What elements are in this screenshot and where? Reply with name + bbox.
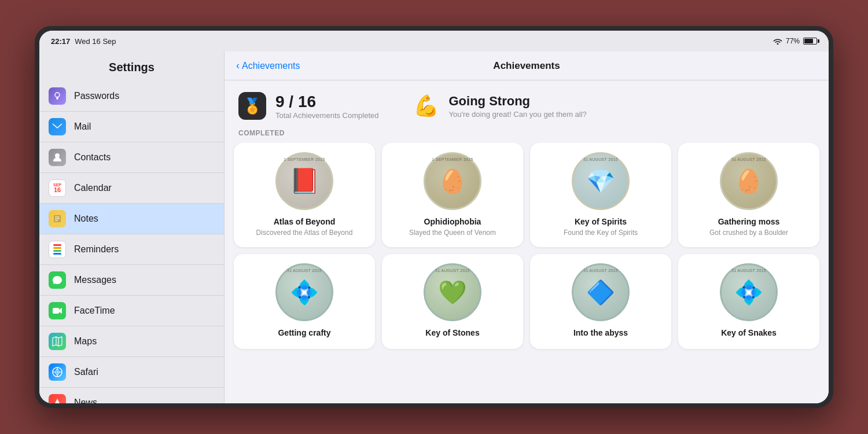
summary-count-label: Total Achievements Completed [275,111,378,120]
going-strong-subtitle: You're doing great! Can you get them all… [448,110,586,119]
summary-section: 🏅 9 / 16 Total Achievements Completed 💪 … [225,80,829,129]
stones-name: Key of Stones [425,328,479,337]
svg-rect-1 [57,97,58,100]
nav-back-label: Achievements [242,61,300,71]
svg-rect-8 [53,308,59,314]
achievement-card-abyss[interactable]: 31 AUGUST 2015 🔷 Into the abyss [530,254,671,349]
messages-icon [49,271,66,289]
achievement-badge-snakes: 31 AUGUST 2015 💠 [720,263,778,321]
completed-section-label: COMPLETED [225,129,829,143]
atlas-desc: Discovered the Atlas of Beyond [256,229,353,238]
sidebar-item-maps[interactable]: Maps [39,326,224,357]
achievement-badge-stones: 31 AUGUST 2015 💚 [424,263,481,321]
ipad-screen: 22:17 Wed 16 Sep 77% Settings [39,31,829,403]
spirits-desc: Found the Key of Spirits [564,229,638,238]
summary-emoji: 🏅 [243,97,262,115]
nav-bar: ‹ Achievements Achievements [225,52,829,80]
sidebar-item-mail[interactable]: Mail [39,112,224,142]
safari-label: Safari [74,367,98,377]
ophidio-name: Ophidiophobia [424,217,481,226]
sidebar-item-safari[interactable]: Safari [39,357,224,388]
achievement-card-atlas[interactable]: 1 SEPTEMBER 2015 📕 Atlas of Beyond Disco… [234,143,375,247]
atlas-name: Atlas of Beyond [274,217,336,226]
news-icon [49,394,66,403]
messages-label: Messages [74,275,116,285]
sidebar-item-messages[interactable]: Messages [39,265,224,296]
notes-label: Notes [74,214,98,224]
spirits-name: Key of Spirits [575,217,627,226]
contacts-label: Contacts [74,152,111,163]
summary-icon: 🏅 [238,92,266,120]
svg-point-3 [55,153,60,158]
ipad-frame: 22:17 Wed 16 Sep 77% Settings [35,26,833,408]
sidebar-title: Settings [39,52,224,81]
achievement-badge-spirits: 31 AUGUST 2015 💎 [572,152,630,210]
moss-name: Gathering moss [718,217,780,226]
achievement-card-spirits[interactable]: 31 AUGUST 2015 💎 Key of Spirits Found th… [530,143,671,247]
achievement-card-ophidio[interactable]: 1 SEPTEMBER 2015 🥚 Ophidiophobia Slayed … [382,143,523,247]
settings-sidebar: Settings Passwords Mail [39,52,225,403]
abyss-name: Into the abyss [573,328,628,337]
sidebar-item-passwords[interactable]: Passwords [39,81,224,112]
mail-icon [49,118,66,135]
sidebar-item-news[interactable]: News [39,388,224,403]
notes-icon [49,210,66,227]
passwords-icon [49,87,66,105]
sidebar-item-reminders[interactable]: Reminders [39,234,224,265]
safari-icon [49,363,66,381]
mail-label: Mail [74,122,91,132]
achievement-card-stones[interactable]: 31 AUGUST 2015 💚 Key of Stones [382,254,523,349]
ophidio-desc: Slayed the Queen of Venom [409,229,496,238]
status-time: 22:17 [51,37,70,46]
reminders-icon [49,241,66,258]
summary-left: 🏅 9 / 16 Total Achievements Completed [238,92,378,120]
status-right: 77% [773,37,817,45]
facetime-label: FaceTime [74,306,115,316]
summary-right: 💪 Going Strong You're doing great! Can y… [413,94,586,119]
sidebar-item-notes[interactable]: Notes [39,204,224,234]
maps-icon [49,333,66,350]
sidebar-list: Passwords Mail Contacts [39,81,224,403]
achievement-card-crafty[interactable]: 31 AUGUST 2015 💠 Getting crafty [234,254,375,349]
nav-title: Achievements [493,60,560,72]
nav-back-button[interactable]: ‹ Achievements [236,60,300,72]
battery-percentage: 77% [786,37,800,45]
svg-marker-9 [53,337,62,346]
svg-point-0 [55,93,60,97]
back-arrow-icon: ‹ [236,60,240,72]
news-label: News [74,398,97,403]
calendar-label: Calendar [74,183,112,193]
going-strong-text: Going Strong You're doing great! Can you… [448,94,586,119]
going-strong-title: Going Strong [448,94,586,109]
achievement-badge-abyss: 31 AUGUST 2015 🔷 [572,263,630,321]
wifi-icon [773,38,782,45]
achievements-grid: 1 SEPTEMBER 2015 📕 Atlas of Beyond Disco… [234,143,819,349]
status-date: Wed 16 Sep [75,37,116,46]
snakes-name: Key of Snakes [721,328,777,337]
reminders-label: Reminders [74,244,119,255]
achievement-badge-moss: 31 AUGUST 2015 🥚 [720,152,778,210]
achievement-badge-ophidio: 1 SEPTEMBER 2015 🥚 [424,152,481,210]
facetime-icon [49,302,66,319]
crafty-name: Getting crafty [278,328,330,337]
sidebar-item-calendar[interactable]: SEP 16 Calendar [39,173,224,204]
sidebar-item-contacts[interactable]: Contacts [39,142,224,173]
passwords-label: Passwords [74,91,119,101]
maps-label: Maps [74,336,97,347]
summary-count: 9 / 16 [275,93,378,111]
status-bar: 22:17 Wed 16 Sep 77% [39,31,829,52]
achievements-panel: ‹ Achievements Achievements 🏅 9 / 16 Tot… [225,52,829,403]
achievement-badge-crafty: 31 AUGUST 2015 💠 [275,263,333,321]
achievements-scroll[interactable]: 1 SEPTEMBER 2015 📕 Atlas of Beyond Disco… [225,143,829,403]
battery-icon [803,38,817,45]
contacts-icon [49,149,66,166]
sidebar-item-facetime[interactable]: FaceTime [39,296,224,326]
achievement-card-moss[interactable]: 31 AUGUST 2015 🥚 Gathering moss Got crus… [678,143,819,247]
calendar-icon: SEP 16 [49,179,66,197]
moss-desc: Got crushed by a Boulder [709,229,788,238]
main-area: Settings Passwords Mail [39,52,829,403]
achievement-badge-atlas: 1 SEPTEMBER 2015 📕 [275,152,333,210]
summary-count-group: 9 / 16 Total Achievements Completed [275,93,378,120]
achievement-card-snakes[interactable]: 31 AUGUST 2015 💠 Key of Snakes [678,254,819,349]
going-strong-emoji: 💪 [413,94,439,118]
